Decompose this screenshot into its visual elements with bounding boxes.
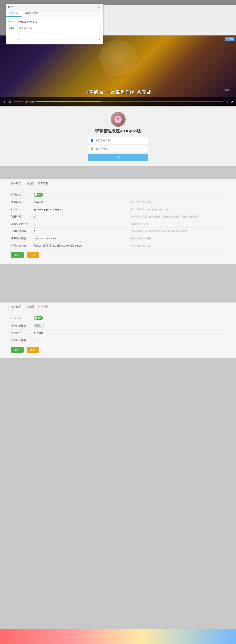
pause-ad-switch-row: 暂停广告开关 OFF: [11, 322, 225, 330]
login-button[interactable]: 登录: [88, 154, 148, 161]
video-controls-bar: ⏸ 🔊 01:00 / 1:00 ⛶ ⚙: [0, 97, 236, 106]
system-title: 弹幕管理系统-EDGpro版: [95, 128, 141, 134]
modal-body: 文件： /static/player/4k.js 代码：: [6, 17, 103, 44]
volume-slider[interactable]: [14, 102, 23, 102]
bottom-colorful-bar: [0, 629, 236, 644]
danmu-interval-row: 弹幕发送间隔 3 指的是发送时间间隔就在设置时间后才能重新发送新弹幕: [11, 228, 225, 235]
settings2-nav: 基本设置 广告设置 弹幕管理: [0, 302, 236, 311]
code-textarea[interactable]: [18, 26, 100, 40]
danmu-etiquette-hint: 弹幕框右边按钮链接: [131, 237, 225, 240]
toggle-circle: [34, 193, 37, 196]
logo-value: /player/img/play_logo.png: [34, 208, 128, 211]
password-input[interactable]: [95, 147, 146, 150]
nav-basic-settings-2[interactable]: 基本设置: [11, 305, 21, 309]
lock-icon: 🔒: [90, 147, 94, 150]
tab-basic-settings[interactable]: 基本设置: [6, 10, 22, 16]
login-section: 🌸 弹幕管理系统-EDGpro版 👤 🔒 登录: [0, 106, 236, 166]
loading-wait-row: 加载页等待时间 3 loading页等待时间: [11, 220, 225, 228]
video-subtitle-text: 若不听命 一律视为异端 杀无赦: [0, 90, 236, 95]
pause-ad-toggle[interactable]: OFF: [34, 324, 44, 328]
trial-time-label: 试看时间: [11, 215, 30, 218]
danmu-switch-row: 弹幕开关 ON: [11, 191, 225, 199]
danmu-interval-label: 弹幕发送间隔: [11, 230, 30, 233]
avatar-emoji: 🌸: [114, 116, 122, 123]
trial-time-row: 试看时间 3 试看时间只在固定会员组有效，设置会员组请进入广告选项进行设置: [11, 213, 225, 220]
password-row: 🔒: [88, 145, 148, 152]
fullscreen-button[interactable]: ⛶: [224, 100, 228, 104]
play-button[interactable]: ⏸: [2, 100, 6, 104]
nav-danmu-settings-1[interactable]: 弹幕管理: [38, 182, 48, 186]
settings2-reset-button[interactable]: 还原: [27, 347, 39, 353]
toggle-on-label: ON: [38, 194, 42, 196]
avatar: 🌸: [110, 112, 126, 127]
pause-image-link-row: 暂停图片链接 #: [11, 337, 225, 344]
danmu-toggle[interactable]: ON: [34, 193, 43, 196]
danmu-etiquette-row: 弹幕礼仪链接 ./dmku/dm_rule.html 弹幕框右边按钮链接: [11, 235, 225, 242]
loading-wait-value: 3: [34, 222, 128, 225]
volume-button[interactable]: 🔊: [8, 100, 13, 104]
modal-title: 信息: [8, 6, 13, 9]
keyword-filter-label: 弹幕关键字禁用: [11, 244, 30, 248]
time-display: 01:00 / 1:00: [25, 101, 35, 103]
danmu-interval-hint: 指的是发送时间间隔就在设置时间后才能重新发送新弹幕: [131, 230, 225, 233]
theme-color-label: 主题颜色: [11, 200, 30, 204]
tab-embed-code[interactable]: 嵌纹播放代码: [22, 10, 42, 16]
danmu-switch-label: 弹幕开关: [11, 193, 30, 196]
code-row: 代码：: [9, 26, 100, 40]
settings1-content: 弹幕开关 ON 主题颜色 #00a1d6 颜色代码 例如：#00a1d6 LOG…: [0, 188, 236, 264]
danmu-interval-value: 3: [34, 230, 128, 233]
logo-label: LOGO: [11, 208, 30, 211]
nav-ad-settings-2[interactable]: 广告设置: [25, 305, 34, 309]
pause-ad-switch-label: 暂停广告开关: [11, 324, 30, 327]
trial-time-value: 3: [34, 215, 128, 218]
keyword-filter-row: 弹幕关键字禁用 草,操,妈,逼,滚,支付宝,企,关注,wx,微信,qq,QQ 输…: [11, 242, 225, 250]
settings1-btn-row: 保存 还原: [11, 250, 225, 261]
video-background-glow: [99, 39, 137, 76]
danmu-etiquette-value: ./dmku/dm_rule.html: [34, 237, 128, 240]
keyword-filter-value: 草,操,妈,逼,滚,支付宝,企,关注,wx,微信,qq,QQ: [34, 244, 128, 248]
settings2-btn-row: 保存 还原: [11, 344, 225, 355]
trial-time-hint: 试看时间只在固定会员组有效，设置会员组请进入广告选项进行设置: [131, 215, 225, 218]
modal-header: 信息 ×: [6, 4, 103, 10]
nav-basic-settings-1[interactable]: 基本设置: [11, 182, 21, 186]
file-label: 文件：: [9, 20, 18, 24]
file-row: 文件： /static/player/4k.js: [9, 20, 100, 24]
progress-bar[interactable]: [36, 102, 223, 102]
nav-ad-settings-1[interactable]: 广告设置: [25, 182, 34, 186]
video-top-button[interactable]: ▶ 播放: [225, 37, 234, 41]
info-modal: 信息 × 基本设置 嵌纹播放代码 文件： /static/player/4k.j…: [6, 4, 103, 44]
ad-toggle-on-label: ON: [38, 317, 42, 319]
modal-close-button[interactable]: ×: [97, 6, 100, 8]
code-label: 代码：: [9, 26, 18, 30]
settings2-save-button[interactable]: 保存: [11, 347, 24, 353]
settings1-save-button[interactable]: 保存: [11, 252, 24, 258]
file-value: /static/player/4k.js: [18, 20, 100, 23]
settings1-reset-button[interactable]: 还原: [27, 252, 39, 258]
pause-image-value: 图片地址: [34, 332, 225, 335]
pause-image-label: 暂停图片: [11, 332, 30, 335]
pause-ad-toggle-circle: [40, 324, 43, 327]
settings2-content: 广告开关 ON 暂停广告开关 OFF 暂停图片 图片地址 暂停图片链接 # 保存: [0, 311, 236, 358]
pause-ad-toggle-off-label: OFF: [35, 324, 40, 327]
username-row: 👤: [88, 137, 148, 144]
loading-wait-hint: loading页等待时间: [131, 222, 225, 226]
logo-hint: 图片地址 例如：/yzmplayer/logo.png: [131, 208, 225, 211]
login-form: 👤 🔒 登录: [88, 137, 148, 161]
settings1-nav: 基本设置 广告设置 弹幕管理: [0, 179, 236, 188]
keyword-filter-hint: 输入关键字以","隔开: [131, 244, 225, 248]
ad-toggle-circle: [34, 316, 37, 320]
username-input[interactable]: [95, 139, 146, 142]
pause-image-link-label: 暂停图片链接: [11, 339, 30, 342]
logo-row: LOGO /player/img/play_logo.png 图片地址 例如：/…: [11, 206, 225, 213]
loading-wait-label: 加载页等待时间: [11, 222, 30, 226]
settings-video-button[interactable]: ⚙: [230, 100, 234, 104]
danmu-etiquette-label: 弹幕礼仪链接: [11, 237, 30, 240]
modal-tabs: 基本设置 嵌纹播放代码: [6, 10, 103, 17]
theme-color-hint: 颜色代码 例如：#00a1d6: [131, 201, 225, 204]
ad-settings-section: 基本设置 广告设置 弹幕管理 广告开关 ON 暂停广告开关 OFF 暂停图片 图…: [0, 302, 236, 358]
danmu-settings-section: 基本设置 广告设置 弹幕管理 弹幕开关 ON 主题颜色 #00a1d6 颜色代码…: [0, 179, 236, 264]
nav-danmu-settings-2[interactable]: 弹幕管理: [38, 305, 48, 309]
video-player: ▶ 播放 玫紫星 若不听命 一律视为异端 杀无赦 ⏸ 🔊 01:00 / 1:0…: [0, 36, 236, 106]
ad-toggle[interactable]: ON: [34, 316, 43, 320]
theme-color-value: #00a1d6: [34, 201, 128, 204]
